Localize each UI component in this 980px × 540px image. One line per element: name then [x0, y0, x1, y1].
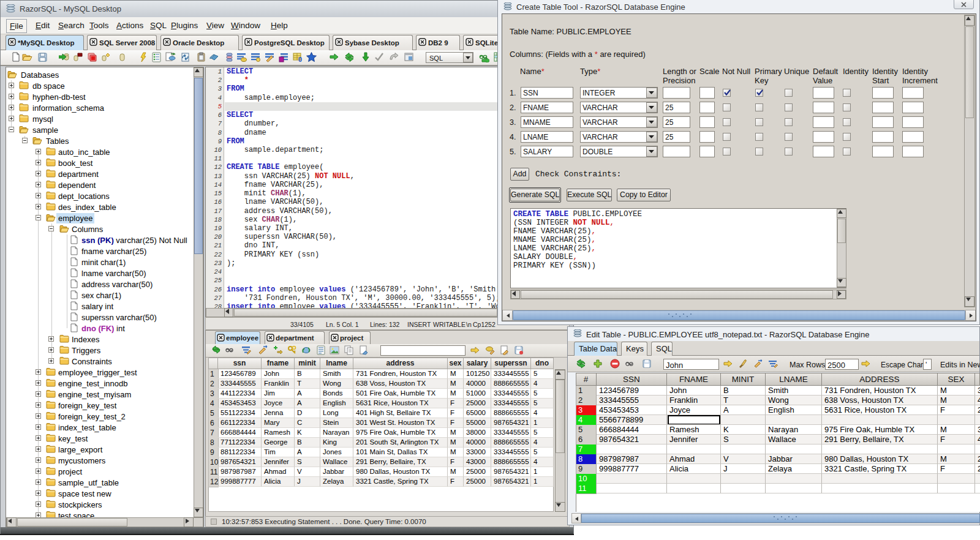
svg-text:0: 0: [298, 56, 302, 62]
